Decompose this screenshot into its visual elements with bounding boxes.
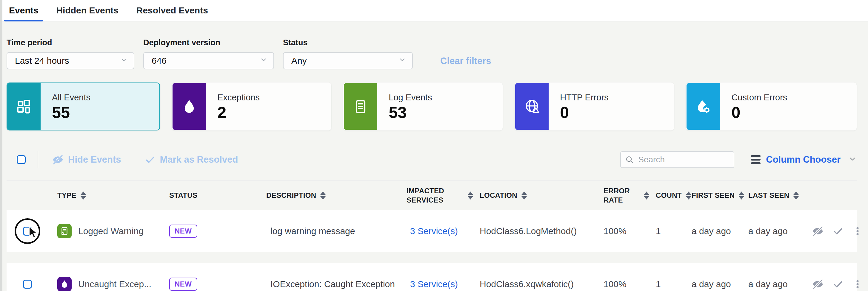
deployment-version-filter: Deployment version 646 [143, 38, 274, 69]
first-seen-cell: a day ago [691, 226, 748, 236]
column-chooser-label: Column Chooser [766, 154, 841, 165]
tab-bar: Events Hidden Events Resolved Events [0, 0, 868, 22]
uncaught-exception-icon [57, 277, 72, 291]
header-type[interactable]: TYPE [57, 191, 169, 200]
summary-cards: All Events 55 Exceptions 2 [6, 82, 857, 131]
last-seen-cell: a day ago [748, 226, 807, 236]
header-first-seen[interactable]: FIRST SEEN [691, 191, 748, 200]
sort-icon[interactable] [686, 191, 691, 199]
error-rate-cell: 100% [603, 279, 656, 289]
card-value: 53 [389, 104, 432, 120]
deployment-version-value: 646 [152, 56, 166, 66]
count-cell: 1 [656, 226, 691, 236]
first-seen-cell: a day ago [691, 279, 748, 289]
logged-warning-icon [57, 224, 72, 238]
hide-events-button[interactable]: Hide Events [52, 154, 121, 166]
sort-icon[interactable] [320, 191, 326, 199]
header-count[interactable]: COUNT [656, 191, 691, 200]
check-icon [145, 154, 156, 165]
clear-filters-button[interactable]: Clear filters [440, 56, 491, 66]
header-description[interactable]: DESCRIPTION [266, 191, 407, 200]
left-edge-strip [0, 0, 2, 291]
card-exceptions[interactable]: Exceptions 2 [172, 82, 331, 131]
impacted-services-cell: 3 Service(s) [407, 226, 480, 236]
chevron-down-icon [848, 155, 857, 165]
card-value: 0 [560, 104, 608, 120]
count-cell: 1 [656, 279, 691, 289]
kebab-menu-icon[interactable] [852, 226, 863, 236]
select-all-checkbox[interactable] [17, 155, 26, 164]
status-label: Status [283, 38, 413, 47]
event-type-label: Uncaught Excep... [78, 279, 151, 289]
header-error-rate[interactable]: ERROR RATE [603, 186, 656, 205]
card-log-events[interactable]: Log Events 53 [343, 82, 503, 131]
table-row[interactable]: Logged Warning NEW log warning message 3… [6, 210, 857, 252]
status-value: Any [291, 56, 307, 66]
chevron-down-icon [260, 56, 268, 66]
chevron-down-icon [399, 56, 406, 66]
services-link[interactable]: 3 Service(s) [410, 279, 458, 289]
hide-event-icon[interactable] [812, 225, 824, 237]
tab-label: Resolved Events [136, 5, 208, 15]
eye-slash-icon [52, 154, 64, 166]
hamburger-icon [751, 155, 761, 164]
search-input[interactable] [620, 151, 734, 168]
description-cell: log warning message [266, 226, 407, 236]
description-cell: IOException: Caught Exception [266, 279, 407, 289]
status-badge: NEW [169, 225, 197, 238]
time-period-label: Time period [6, 38, 134, 47]
hide-events-label: Hide Events [68, 154, 121, 165]
status-cell: NEW [169, 225, 266, 238]
event-type-cell: Uncaught Excep... [57, 277, 169, 291]
table-row[interactable]: Uncaught Excep... NEW IOException: Caugh… [6, 263, 857, 291]
row-actions [807, 278, 868, 290]
card-value: 2 [217, 104, 260, 120]
tab-hidden-events[interactable]: Hidden Events [51, 0, 123, 21]
card-label: HTTP Errors [560, 93, 608, 103]
mark-resolved-label: Mark as Resolved [160, 154, 238, 165]
time-period-value: Last 24 hours [15, 56, 69, 66]
column-chooser-button[interactable]: Column Chooser [751, 154, 857, 165]
tab-events[interactable]: Events [4, 0, 43, 21]
time-period-filter: Time period Last 24 hours [6, 38, 134, 69]
filters-row: Time period Last 24 hours Deployment ver… [6, 38, 857, 69]
location-cell: HodClass6.LogMethod() [480, 226, 603, 236]
row-select-cell [6, 280, 57, 289]
events-dashboard: Events Hidden Events Resolved Events Tim… [0, 0, 868, 291]
row-actions [807, 225, 868, 237]
sort-icon[interactable] [468, 191, 473, 199]
sort-icon[interactable] [81, 191, 86, 199]
row-gap [6, 252, 857, 263]
error-rate-cell: 100% [603, 226, 656, 236]
card-label: Custom Errors [731, 93, 787, 103]
tab-resolved-events[interactable]: Resolved Events [132, 0, 213, 21]
card-all-events[interactable]: All Events 55 [6, 82, 160, 131]
services-link[interactable]: 3 Service(s) [410, 226, 458, 236]
card-custom-errors[interactable]: Custom Errors 0 [686, 82, 857, 131]
sort-icon[interactable] [644, 191, 649, 199]
row-checkbox[interactable] [23, 280, 32, 289]
search-box [620, 151, 734, 168]
kebab-menu-icon[interactable] [852, 279, 863, 289]
last-seen-cell: a day ago [748, 279, 807, 289]
status-select[interactable]: Any [283, 52, 413, 69]
header-location[interactable]: LOCATION [480, 191, 603, 200]
time-period-select[interactable]: Last 24 hours [6, 52, 134, 69]
resolve-event-icon[interactable] [833, 226, 843, 237]
deployment-version-select[interactable]: 646 [143, 52, 274, 69]
grid-icon [7, 83, 40, 130]
sort-icon[interactable] [522, 191, 527, 199]
event-type-label: Logged Warning [78, 226, 144, 236]
header-last-seen[interactable]: LAST SEEN [748, 191, 807, 200]
status-cell: NEW [169, 278, 266, 291]
card-label: All Events [52, 93, 90, 103]
header-impacted-services[interactable]: IMPACTED SERVICES [407, 186, 480, 205]
resolve-event-icon[interactable] [833, 279, 843, 290]
sort-icon[interactable] [794, 191, 799, 199]
sort-icon[interactable] [739, 191, 744, 199]
card-http-errors[interactable]: HTTP Errors 0 [515, 82, 674, 131]
row-checkbox[interactable] [23, 227, 32, 235]
mark-resolved-button[interactable]: Mark as Resolved [145, 154, 238, 165]
hide-event-icon[interactable] [812, 278, 824, 290]
location-cell: HodClass6.xqwkafotic() [480, 279, 603, 289]
